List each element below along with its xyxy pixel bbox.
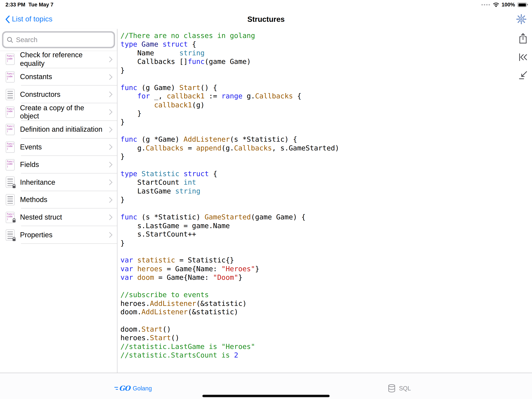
code-line xyxy=(120,247,508,256)
sidebar-item-events[interactable]: func(code)Events xyxy=(0,138,117,156)
chevron-left-icon xyxy=(6,15,10,23)
code-line xyxy=(120,161,508,170)
code-line: //statistic.LastGame is "Heroes" xyxy=(120,342,508,351)
sidebar-item-constants[interactable]: func(code)Constants xyxy=(0,68,117,86)
sidebar-item-check-for-reference-equality[interactable]: func(code)Check for reference equality xyxy=(0,51,117,68)
page-title: Structures xyxy=(247,15,285,24)
jump-to-start-button[interactable] xyxy=(518,53,527,62)
func-code-file-icon: func(code) xyxy=(6,159,15,170)
sidebar-item-label: Nested struct xyxy=(20,213,76,221)
sidebar-item-label: Events xyxy=(20,143,56,151)
code-line: type Game struct { xyxy=(120,40,508,49)
code-line: //subscribe to events xyxy=(120,291,508,299)
code-line: s.StartCount++ xyxy=(120,230,508,239)
document-icon xyxy=(6,177,15,188)
back-button[interactable]: List of topics xyxy=(6,15,52,24)
func-code-file-icon: func(code) xyxy=(6,54,15,65)
sidebar-item-constructors[interactable]: Constructors xyxy=(0,86,117,103)
code-line: } xyxy=(120,153,508,161)
search-input[interactable]: Search xyxy=(3,32,114,47)
lock-icon xyxy=(12,184,16,189)
chevron-right-icon xyxy=(107,197,113,203)
code-pane: //There are no classes in golangtype Gam… xyxy=(117,29,532,373)
chevron-right-icon xyxy=(107,162,113,168)
code-line xyxy=(120,127,508,135)
settings-button[interactable] xyxy=(516,14,526,24)
code-line: } xyxy=(120,239,508,247)
code-line xyxy=(120,317,508,325)
sidebar-item-fields[interactable]: func(code)Fields xyxy=(0,156,117,174)
wifi-icon xyxy=(493,2,499,7)
code-line: Name string xyxy=(120,49,508,58)
home-indicator[interactable] xyxy=(202,394,329,397)
func-code-file-icon: func(code) xyxy=(6,71,15,82)
lock-icon xyxy=(12,237,16,241)
sidebar-item-label: Methods xyxy=(20,196,61,204)
document-icon xyxy=(6,194,15,205)
status-date: Tue May 7 xyxy=(28,2,54,8)
sidebar-item-methods[interactable]: Methods xyxy=(0,191,117,209)
topics-sidebar: Search func(code)Check for reference equ… xyxy=(0,29,117,373)
navigation-bar: List of topics Structures xyxy=(0,10,532,29)
chevron-right-icon xyxy=(107,214,113,220)
chevron-right-icon xyxy=(107,91,113,97)
double-chevron-to-start-icon xyxy=(518,58,527,63)
code-line: doom.AddListener(&statistic) xyxy=(120,308,508,316)
code-line: s.LastGame = game.Name xyxy=(120,221,508,230)
code-line: for _, callback1 := range g.Callbacks { xyxy=(120,92,508,101)
golang-logo-icon: GO xyxy=(114,384,130,392)
code-line: StartCount int xyxy=(120,178,508,187)
search-placeholder: Search xyxy=(16,36,37,44)
func-code-file-icon: func(code) xyxy=(6,142,15,153)
code-line: type Statistic struct { xyxy=(120,170,508,178)
code-line: g.Callbacks = append(g.Callbacks, s.Game… xyxy=(120,144,508,152)
chevron-right-icon xyxy=(107,144,113,150)
code-line: //There are no classes in golang xyxy=(120,32,508,40)
sidebar-item-inheritance[interactable]: Inheritance xyxy=(0,174,117,191)
arrow-to-bottom-corner-icon xyxy=(518,76,527,81)
code-line xyxy=(120,204,508,213)
battery-icon xyxy=(517,2,526,7)
code-line: callback1(g) xyxy=(120,101,508,109)
topics-list: func(code)Check for reference equalityfu… xyxy=(0,51,117,373)
document-icon xyxy=(6,89,15,100)
code-line: } xyxy=(120,109,508,118)
code-actions xyxy=(518,33,527,80)
sidebar-item-nested-struct[interactable]: func(code)Nested struct xyxy=(0,209,117,226)
sidebar-item-label: Create a copy of the object xyxy=(20,104,117,120)
code-line: } xyxy=(120,118,508,126)
search-icon xyxy=(7,36,13,43)
code-line: doom.Start() xyxy=(120,325,508,334)
back-button-label: List of topics xyxy=(12,15,52,24)
sidebar-item-label: Inheritance xyxy=(20,178,69,187)
tab-label: SQL xyxy=(399,385,411,392)
code-line xyxy=(120,75,508,83)
sidebar-item-label: Properties xyxy=(20,231,66,239)
code-line xyxy=(120,282,508,290)
status-time-date: 2:33 PM Tue May 7 xyxy=(6,2,53,8)
gear-icon xyxy=(516,20,526,26)
code-line: var heroes = Game{Name: "Heroes"} xyxy=(120,265,508,273)
sidebar-item-create-a-copy-of-the-object[interactable]: func(code)Create a copy of the object xyxy=(0,103,117,121)
code-line: } xyxy=(120,66,508,75)
lock-icon xyxy=(12,219,16,224)
sidebar-item-label: Constructors xyxy=(20,90,74,99)
chevron-right-icon xyxy=(107,74,113,80)
database-icon xyxy=(387,384,396,393)
share-icon xyxy=(518,40,527,45)
code-line: } xyxy=(120,196,508,204)
code-line: var doom = Game{Name: "Doom"} xyxy=(120,273,508,282)
share-button[interactable] xyxy=(518,33,527,44)
code-line: heroes.AddListener(&statistic) xyxy=(120,299,508,308)
chevron-right-icon xyxy=(107,180,113,185)
search-header: Search xyxy=(0,29,117,51)
code-line: var statistic = Statistic{} xyxy=(120,256,508,264)
jump-to-end-button[interactable] xyxy=(518,71,527,80)
document-icon xyxy=(6,229,15,240)
sidebar-item-properties[interactable]: Properties xyxy=(0,226,117,244)
main-area: Search func(code)Check for reference equ… xyxy=(0,29,532,373)
battery-percent: 100% xyxy=(502,2,515,8)
code-view: //There are no classes in golangtype Gam… xyxy=(120,32,508,360)
sidebar-item-label: Constants xyxy=(20,73,66,81)
sidebar-item-definition-and-initialization[interactable]: func(code)Definition and initialization xyxy=(0,121,117,138)
